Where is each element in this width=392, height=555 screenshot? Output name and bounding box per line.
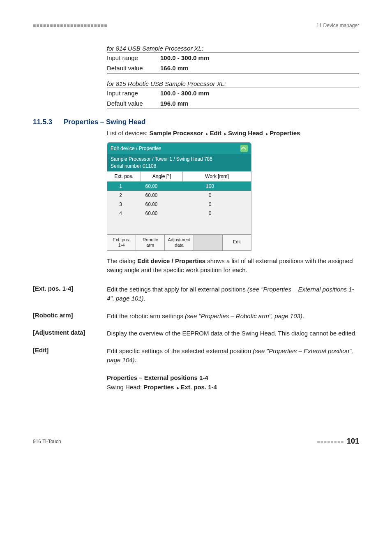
row-value: 100.0 - 300.0 mm (160, 88, 359, 99)
robotic-arm-button[interactable]: Robotic arm (136, 235, 165, 250)
caption-814: for 814 USB Sample Processor XL: (107, 45, 359, 52)
table-815: Input range 100.0 - 300.0 mm Default val… (107, 87, 359, 109)
ext-pos-button[interactable]: Ext. pos. 1-4 (107, 235, 136, 250)
item-edit: [Edit] Edit specific settings of the sel… (33, 342, 359, 365)
row-label: Input range (107, 53, 160, 63)
dialog-screenshot: Edit device / Properties Sample Processo… (107, 142, 251, 251)
row-label: Default value (107, 98, 160, 109)
page-header: ■■■■■■■■■■■■■■■■■■■■■■ 11 Device manager (33, 23, 359, 28)
nav2: Swing Head: Properties Ext. pos. 1-4 (107, 383, 359, 392)
row-value: 196.0 mm (160, 98, 359, 109)
item-adjustment-data: [Adjustment data] Display the overview o… (33, 325, 359, 338)
edit-button[interactable]: Edit (223, 235, 251, 250)
subheading: Properties – External positions 1-4 (107, 374, 359, 381)
table-row[interactable]: 4 60.00 0 (107, 209, 251, 218)
footer-dots: ■■■■■■■■ (317, 439, 344, 445)
footer-model: 916 Ti-Touch (33, 439, 61, 444)
breadcrumb: List of devices: Sample Processor Edit S… (107, 130, 359, 136)
header-chapter: 11 Device manager (316, 23, 359, 28)
item-ext-pos: [Ext. pos. 1-4] Edit the settings that a… (33, 281, 359, 303)
row-label: Default value (107, 63, 160, 74)
row-label: Input range (107, 88, 160, 99)
row-value: 100.0 - 300.0 mm (160, 53, 359, 63)
dialog-subtitle: Sample Processor / Tower 1 / Swing Head … (111, 156, 248, 163)
header-dots-left: ■■■■■■■■■■■■■■■■■■■■■■ (33, 23, 107, 28)
table-814: Input range 100.0 - 300.0 mm Default val… (107, 52, 359, 74)
table-header: Ext. pos. Angle [°] Work [mm] (107, 171, 251, 182)
caption-815: for 815 Robotic USB Sample Processor XL: (107, 80, 359, 87)
intro-paragraph: The dialog Edit device / Properties show… (107, 257, 359, 275)
table-row[interactable]: 2 60.00 0 (107, 191, 251, 200)
dialog-serial: Serial number 01108 (111, 163, 248, 170)
table-row[interactable]: 3 60.00 0 (107, 200, 251, 209)
page-footer: 916 Ti-Touch ■■■■■■■■ 101 (33, 437, 359, 446)
item-robotic-arm: [Robotic arm] Edit the robotic arm setti… (33, 308, 359, 321)
row-value: 166.0 mm (160, 63, 359, 74)
dialog-title: Edit device / Properties (111, 146, 161, 151)
blank-button (194, 235, 223, 250)
help-icon[interactable] (240, 145, 248, 152)
section-heading: 11.5.3 Properties – Swing Head (33, 118, 359, 126)
section-number: 11.5.3 (33, 118, 64, 126)
adjustment-data-button[interactable]: Adjustment data (165, 235, 194, 250)
page-number: 101 (347, 437, 359, 445)
section-title: Properties – Swing Head (64, 118, 145, 126)
table-row[interactable]: 1 60.00 100 (107, 182, 251, 191)
